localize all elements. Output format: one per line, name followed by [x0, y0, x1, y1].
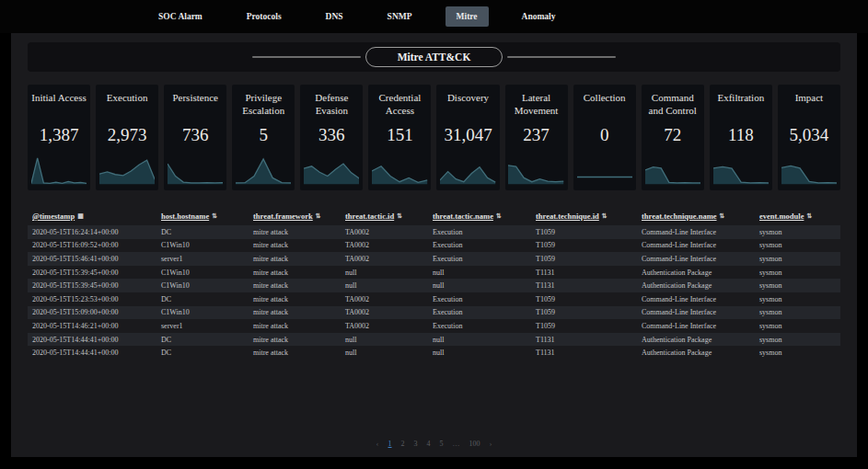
table-cell: DC [156, 336, 249, 344]
column-header-threat-technique-name[interactable]: threat.technique.name⇅ [637, 212, 755, 221]
table-cell: sysmon [755, 336, 840, 344]
table-cell: Authentication Package [637, 269, 755, 277]
column-header-host-hostname[interactable]: host.hostname⇅ [156, 212, 249, 221]
sort-icon: ⇅ [212, 212, 217, 220]
column-header-threat-tactic-id[interactable]: threat.tactic.id⇅ [341, 212, 428, 221]
column-label: threat.tactic.name [433, 212, 493, 221]
table-cell: mitre attack [249, 336, 341, 344]
table-cell: Execution [428, 322, 531, 330]
sparkline-chart [236, 154, 291, 186]
table-cell: null [428, 349, 531, 357]
table-cell: Execution [428, 241, 531, 249]
tactic-cards-row: Initial Access1,387Execution2,973Persist… [28, 85, 840, 190]
nav-tab-soc-alarm[interactable]: SOC Alarm [147, 6, 214, 27]
table-cell: null [428, 269, 531, 277]
table-cell: sysmon [755, 308, 840, 316]
tactic-card-impact: Impact5,034 [778, 85, 840, 190]
card-title: Credential Access [370, 91, 429, 118]
nav-tab-dns[interactable]: DNS [315, 6, 354, 27]
table-cell: Command-Line Interface [637, 228, 755, 236]
table-cell: mitre attack [249, 269, 341, 277]
tactic-card-credential-access: Credential Access151 [368, 85, 431, 190]
nav-tab-anomaly[interactable]: Anomaly [511, 6, 567, 27]
column-header-threat-technique-id[interactable]: threat.technique.id⇅ [531, 212, 637, 221]
sparkline-chart [304, 154, 359, 186]
column-label: event.module [759, 212, 804, 221]
column-header-threat-framework[interactable]: threat.framework⇅ [249, 212, 341, 221]
tactic-card-persistence: Persistence736 [164, 85, 226, 190]
page-prev-button[interactable]: ‹ [376, 440, 379, 448]
column-header-threat-tactic-name[interactable]: threat.tactic.name⇅ [428, 212, 531, 221]
table-cell: DC [156, 295, 249, 303]
card-value: 151 [387, 125, 413, 145]
nav-tab-snmp[interactable]: SNMP [376, 6, 423, 27]
nav-tab-mitre[interactable]: Mitre [446, 6, 489, 27]
table-cell: 2020-05-15T15:39:45+00:00 [28, 281, 156, 290]
table-cell: 2020-05-15T15:23:53+00:00 [28, 295, 156, 303]
page-button-3[interactable]: 3 [414, 440, 418, 448]
column-label: host.hostname [161, 212, 209, 221]
table-cell: null [341, 336, 428, 344]
table-cell: T1131 [531, 349, 637, 357]
table-cell: 2020-05-15T15:39:45+00:00 [28, 269, 156, 277]
sort-icon: ⇅ [720, 212, 725, 220]
page-button-100[interactable]: 100 [469, 440, 480, 448]
page-button-4[interactable]: 4 [427, 440, 431, 448]
table-cell: TA0002 [341, 228, 428, 236]
table-cell: sysmon [755, 349, 840, 357]
card-value: 72 [664, 125, 681, 145]
table-cell: sysmon [755, 228, 840, 236]
column-header-timestamp[interactable]: @timestamp▦ [28, 212, 156, 221]
table-cell: Command-Line Interface [637, 295, 755, 303]
card-value: 336 [318, 125, 345, 145]
column-label: threat.tactic.id [345, 212, 394, 221]
sort-icon: ⇅ [397, 212, 402, 220]
table-cell: TA0002 [341, 255, 428, 263]
tactic-card-collection: Collection0 [573, 85, 636, 190]
table-cell: null [428, 336, 531, 344]
banner: Mitre ATT&CK [28, 42, 840, 72]
card-value: 118 [728, 125, 754, 145]
calendar-icon: ▦ [77, 212, 84, 220]
sort-icon: ⇅ [496, 212, 502, 220]
sparkline-chart [168, 154, 223, 186]
table-cell: Execution [428, 295, 531, 303]
table-cell: T1131 [531, 336, 637, 344]
card-value: 237 [523, 125, 550, 145]
tactic-card-defense-evasion: Defense Evasion336 [300, 85, 363, 190]
column-label: threat.technique.id [536, 212, 599, 221]
tactic-card-lateral-movement: Lateral Movement237 [505, 85, 568, 190]
table-cell: mitre attack [249, 228, 341, 236]
table-row: 2020-05-15T15:09:00+00:00C1Win10mitre at… [28, 306, 840, 320]
column-label: threat.technique.name [642, 212, 717, 221]
table-cell: TA0002 [341, 308, 428, 316]
table-cell: 2020-05-15T16:09:52+00:00 [28, 241, 156, 249]
card-title: Initial Access [31, 91, 87, 118]
table-cell: sysmon [755, 269, 840, 277]
tactic-card-execution: Execution2,973 [96, 85, 158, 190]
table-cell: mitre attack [249, 322, 341, 330]
table-cell: T1059 [531, 228, 637, 236]
table-row: 2020-05-15T15:23:53+00:00DCmitre attackT… [28, 292, 840, 306]
table-cell: Command-Line Interface [637, 255, 755, 263]
page-button-1[interactable]: 1 [388, 440, 392, 448]
table-row: 2020-05-15T14:44:41+00:00DCmitre attackn… [28, 333, 840, 347]
table-cell: null [341, 269, 428, 277]
table-cell: sysmon [755, 255, 840, 263]
table-cell: Command-Line Interface [637, 322, 755, 330]
sparkline-chart [372, 154, 427, 186]
table-body: 2020-05-15T16:24:14+00:00DCmitre attackT… [28, 225, 840, 360]
table-row: 2020-05-15T14:44:41+00:00DCmitre attackn… [28, 346, 840, 360]
column-header-event-module[interactable]: event.module⇅ [755, 212, 840, 221]
page-next-button[interactable]: › [490, 440, 492, 448]
tactic-card-exfiltration: Exfiltration118 [710, 85, 772, 190]
page-button-5[interactable]: 5 [440, 440, 444, 448]
nav-tab-protocols[interactable]: Protocols [236, 6, 293, 27]
table-cell: Execution [428, 308, 531, 316]
card-title: Impact [795, 91, 824, 118]
table-cell: Command-Line Interface [637, 241, 755, 249]
banner-line-right [507, 56, 616, 58]
tactic-card-discovery: Discovery31,047 [436, 85, 499, 190]
table-cell: null [341, 281, 428, 290]
page-button-2[interactable]: 2 [401, 440, 405, 448]
